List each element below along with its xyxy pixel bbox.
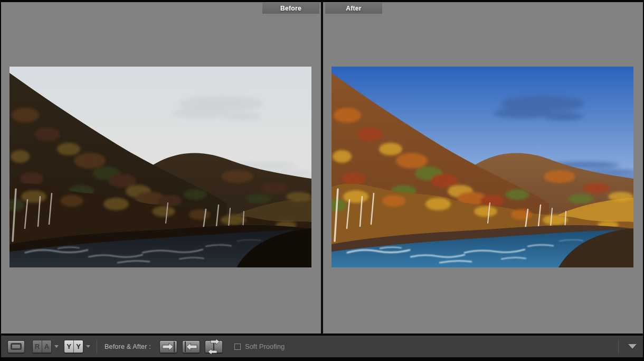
before-after-view-dropdown-caret-icon[interactable] xyxy=(86,345,90,348)
loupe-view-icon xyxy=(11,343,22,350)
before-after-letter-y1: Y xyxy=(64,340,73,353)
reference-letter-a: A xyxy=(42,340,51,353)
before-after-letter-y2: Y xyxy=(73,340,83,353)
before-label: Before xyxy=(280,5,301,12)
soft-proofing-label: Soft Proofing xyxy=(245,343,285,350)
develop-toolbar: R A Y Y Before & After : Soft Proofing xyxy=(1,334,643,357)
before-after-view-button[interactable]: Y Y xyxy=(64,340,83,353)
reference-view-dropdown-caret-icon[interactable] xyxy=(54,345,59,348)
soft-proofing-checkbox[interactable] xyxy=(234,344,241,350)
swap-arrows-icon xyxy=(205,341,222,353)
reference-view-button[interactable]: R A xyxy=(32,340,52,353)
copy-before-to-after-button[interactable] xyxy=(159,340,177,353)
after-pane: After xyxy=(323,2,643,334)
before-label-badge: Before xyxy=(262,3,319,14)
after-label: After xyxy=(346,5,362,12)
loupe-view-button[interactable] xyxy=(7,340,25,353)
after-photo[interactable] xyxy=(332,67,633,267)
copy-after-to-before-button[interactable] xyxy=(182,340,200,353)
toolbar-separator xyxy=(97,340,97,354)
before-pane: Before xyxy=(1,2,321,334)
reference-letter-r: R xyxy=(33,340,42,353)
right-arrow-icon xyxy=(160,341,177,353)
before-after-label: Before & After : xyxy=(105,343,151,350)
left-arrow-icon xyxy=(183,341,200,353)
swap-before-after-button[interactable] xyxy=(205,340,223,353)
after-label-badge: After xyxy=(325,3,382,14)
before-photo[interactable] xyxy=(10,67,311,267)
toolbar-collapse-chevron-down-icon[interactable] xyxy=(628,344,637,349)
toolbar-right-separator xyxy=(618,340,619,354)
